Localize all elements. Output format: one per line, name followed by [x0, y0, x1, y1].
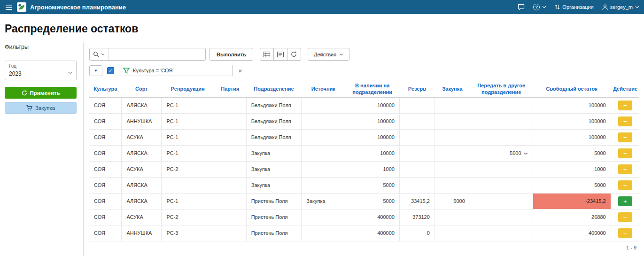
- search-options-button[interactable]: [90, 48, 109, 60]
- single-row-view-icon: [277, 52, 284, 57]
- table-row: СОЯ АННУШКА РС-1 Бельдяжки Поля 100000 1…: [89, 113, 639, 129]
- transfer-value: 5000: [510, 150, 521, 156]
- cell-action: −: [611, 161, 639, 177]
- apply-button-label: Применить: [30, 90, 60, 96]
- cell-source: [302, 225, 345, 241]
- reset-view-button[interactable]: [287, 48, 301, 61]
- cell-available: 100000: [345, 113, 399, 129]
- cell-culture: СОЯ: [89, 225, 122, 241]
- apply-button[interactable]: Применить: [5, 87, 77, 99]
- filter-funnel-icon: [123, 68, 130, 74]
- row-action-button[interactable]: −: [618, 164, 632, 174]
- cell-culture: СОЯ: [89, 97, 122, 113]
- cell-culture: СОЯ: [89, 161, 122, 177]
- cell-reserve: 0: [399, 225, 435, 241]
- filter-remove-icon[interactable]: ×: [238, 67, 242, 74]
- help-menu[interactable]: ?: [533, 4, 546, 10]
- cell-transfer[interactable]: [470, 161, 533, 177]
- year-select[interactable]: Год 2023: [5, 61, 77, 80]
- filter-expand-button[interactable]: ▾: [89, 65, 102, 76]
- cell-transfer[interactable]: 5000: [470, 145, 533, 161]
- row-action-button[interactable]: −: [618, 101, 632, 110]
- grid-body: СОЯ АЛЯСКА РС-1 Бельдяжки Поля 100000 10…: [89, 97, 639, 241]
- cell-source: [302, 209, 345, 225]
- cell-reproduction: РС-1: [162, 97, 214, 113]
- row-action-button[interactable]: −: [618, 132, 632, 142]
- cell-free-balance: 100000: [533, 97, 611, 113]
- column-header[interactable]: Культура: [89, 81, 122, 98]
- column-header[interactable]: Партия: [214, 81, 246, 98]
- cell-transfer[interactable]: [470, 193, 533, 209]
- cell-transfer[interactable]: [470, 97, 533, 113]
- column-header[interactable]: В наличии на подразделении: [345, 81, 399, 98]
- cell-source: [302, 97, 345, 113]
- cell-free-balance: 100000: [533, 129, 611, 145]
- cell-reproduction: [162, 177, 214, 193]
- column-header[interactable]: Передать в другое подразделение: [470, 81, 533, 98]
- row-action-button[interactable]: −: [618, 212, 632, 222]
- purchase-button-label: Закупка: [35, 105, 55, 111]
- row-action-button[interactable]: −: [618, 180, 632, 190]
- cell-division: Бельдяжки Поля: [246, 113, 302, 129]
- pagination-label: 1 - 9: [89, 241, 639, 250]
- cell-reproduction: РС-2: [162, 209, 214, 225]
- actions-menu-button[interactable]: Действия: [308, 48, 349, 61]
- hamburger-menu-icon[interactable]: [5, 4, 13, 11]
- column-header[interactable]: Резерв: [399, 81, 435, 98]
- organization-icon: [555, 4, 560, 10]
- interactive-grid: КультураСортРепродукцияПартияПодразделен…: [89, 81, 639, 241]
- cell-batch: [214, 225, 246, 241]
- cell-source: [302, 177, 345, 193]
- column-header[interactable]: Подразделение: [246, 81, 302, 98]
- row-action-button[interactable]: −: [618, 148, 632, 158]
- row-action-button[interactable]: +: [618, 196, 632, 206]
- cell-available: 400000: [345, 209, 399, 225]
- cell-batch: [214, 161, 246, 177]
- cell-free-balance: 5000: [533, 145, 611, 161]
- search-input[interactable]: [109, 48, 205, 60]
- page-title: Распределение остатков: [5, 23, 644, 35]
- cell-transfer[interactable]: [470, 177, 533, 193]
- column-header[interactable]: Репродукция: [162, 81, 214, 98]
- cell-action: −: [611, 129, 639, 145]
- cell-reproduction: РС-2: [162, 161, 214, 177]
- chat-button[interactable]: [518, 4, 525, 10]
- app-title: Агрономическое планирование: [30, 4, 126, 11]
- cell-transfer[interactable]: [470, 209, 533, 225]
- purchase-button[interactable]: Закупка: [5, 102, 77, 114]
- organization-label: Организация: [562, 4, 593, 10]
- execute-button[interactable]: Выполнить: [209, 48, 253, 61]
- reset-icon: [291, 51, 297, 57]
- column-header[interactable]: Источник: [302, 81, 345, 98]
- cell-action: +: [611, 193, 639, 209]
- cell-action: −: [611, 177, 639, 193]
- cell-action: −: [611, 97, 639, 113]
- cell-transfer[interactable]: [470, 129, 533, 145]
- grid-view-button[interactable]: [260, 48, 274, 61]
- row-action-button[interactable]: −: [618, 228, 632, 238]
- single-row-view-button[interactable]: [273, 48, 287, 61]
- cell-source: [302, 113, 345, 129]
- cell-reproduction: РС-3: [162, 225, 214, 241]
- filter-chip[interactable]: Культура = 'СОЯ': [119, 65, 233, 76]
- cell-transfer[interactable]: [470, 113, 533, 129]
- cell-free-balance: 100000: [533, 113, 611, 129]
- column-header[interactable]: Свободный остаток: [533, 81, 611, 98]
- top-bar: Агрономическое планирование ? Организаци…: [0, 0, 644, 14]
- column-header[interactable]: Действие: [611, 81, 639, 98]
- row-action-button[interactable]: −: [618, 116, 632, 126]
- column-header[interactable]: Закупка: [435, 81, 470, 98]
- cell-variety: АЛЯСКА: [122, 177, 162, 193]
- user-menu[interactable]: sergey_m: [602, 4, 639, 10]
- user-label: sergey_m: [610, 4, 633, 10]
- cell-transfer[interactable]: [470, 225, 533, 241]
- cell-variety: АСУКА: [122, 129, 162, 145]
- cell-variety: АННУШКА: [122, 225, 162, 241]
- chevron-down-icon: [339, 53, 343, 56]
- column-header[interactable]: Сорт: [122, 81, 162, 98]
- organization-menu[interactable]: Организация: [555, 4, 593, 10]
- cell-available: 5000: [345, 193, 399, 209]
- cell-free-balance: 5000: [533, 177, 611, 193]
- filter-enabled-checkbox[interactable]: ✓: [107, 67, 114, 74]
- cell-batch: [214, 209, 246, 225]
